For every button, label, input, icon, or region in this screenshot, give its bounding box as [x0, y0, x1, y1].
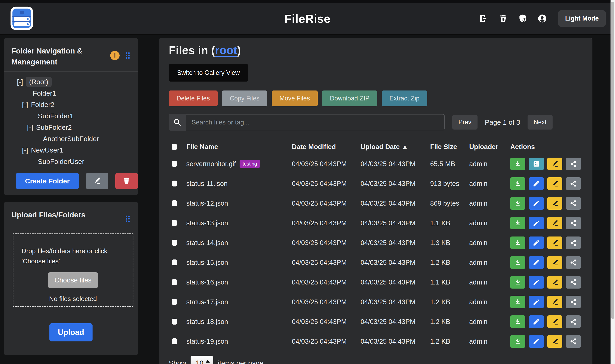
file-checkbox[interactable]: [172, 279, 177, 285]
share-button[interactable]: [566, 335, 581, 348]
column-header-actions[interactable]: Actions: [510, 143, 582, 151]
folder-tree-item[interactable]: [-]SubFolder2: [4, 122, 138, 133]
download-button[interactable]: [510, 276, 525, 288]
page-scrollbar[interactable]: [611, 0, 615, 364]
edit-button[interactable]: [529, 256, 544, 269]
rename-button[interactable]: [547, 197, 562, 210]
folder-tree-label[interactable]: SubFolderUser: [38, 157, 84, 166]
admin-shield-icon[interactable]: [518, 14, 527, 23]
download-button[interactable]: [510, 236, 525, 249]
download-button[interactable]: [510, 197, 525, 210]
preview-button[interactable]: [529, 158, 544, 170]
folder-tree-item[interactable]: [-](Root): [4, 76, 138, 87]
account-icon[interactable]: [537, 14, 547, 23]
edit-button[interactable]: [529, 296, 544, 308]
rename-button[interactable]: [547, 236, 562, 249]
drag-handle-icon[interactable]: [124, 215, 131, 223]
download-button[interactable]: [510, 296, 525, 308]
items-per-page-select[interactable]: 10: [191, 356, 213, 364]
edit-button[interactable]: [529, 197, 544, 210]
file-checkbox[interactable]: [172, 200, 177, 206]
download-button[interactable]: [510, 256, 525, 269]
file-name[interactable]: status-19.json: [186, 338, 228, 345]
folder-tree-item[interactable]: [-]NewUser1: [4, 144, 138, 156]
rename-folder-button[interactable]: [86, 173, 108, 189]
upload-dropzone[interactable]: Drop files/folders here or click 'Choose…: [13, 234, 133, 307]
search-input[interactable]: [186, 114, 445, 130]
download-button[interactable]: [510, 335, 525, 348]
column-header-file-size[interactable]: File Size: [430, 143, 469, 151]
download-zip-button[interactable]: Download ZIP: [322, 91, 377, 106]
column-header-uploader[interactable]: Uploader: [469, 143, 510, 151]
folder-tree-item[interactable]: [-]Folder2: [4, 99, 138, 110]
share-button[interactable]: [566, 177, 581, 190]
share-button[interactable]: [566, 236, 581, 249]
collapse-toggle[interactable]: [-]: [27, 123, 33, 131]
folder-tree-item[interactable]: SubFolder1: [4, 110, 138, 122]
rename-button[interactable]: [547, 158, 562, 170]
column-header-file-name[interactable]: File Name: [186, 143, 292, 151]
select-all-checkbox[interactable]: [172, 144, 177, 150]
file-name[interactable]: status-12.json: [186, 199, 228, 207]
delete-files-button[interactable]: Delete Files: [169, 91, 218, 106]
edit-button[interactable]: [529, 217, 544, 229]
share-button[interactable]: [566, 296, 581, 308]
trash-restore-icon[interactable]: [498, 14, 508, 23]
rename-button[interactable]: [547, 296, 562, 308]
drag-handle-icon[interactable]: [124, 52, 131, 60]
column-header-upload-date[interactable]: Upload Date ▲: [361, 143, 430, 151]
folder-tree-item[interactable]: Folder1: [4, 87, 138, 99]
file-checkbox[interactable]: [172, 220, 177, 226]
column-header-date-modified[interactable]: Date Modified: [292, 143, 361, 151]
folder-tree-label[interactable]: NewUser1: [31, 145, 63, 155]
file-checkbox[interactable]: [172, 319, 177, 325]
edit-button[interactable]: [529, 276, 544, 288]
share-button[interactable]: [566, 276, 581, 288]
file-checkbox[interactable]: [172, 240, 177, 246]
current-folder-link[interactable]: root: [215, 44, 237, 56]
edit-button[interactable]: [529, 177, 544, 190]
file-name[interactable]: status-16.json: [186, 278, 228, 286]
folder-tree-item[interactable]: SubFolderUser: [4, 156, 138, 167]
file-name[interactable]: status-11.json: [186, 180, 228, 187]
rename-button[interactable]: [547, 256, 562, 269]
folder-tree-item[interactable]: AnotherSubFolder: [4, 133, 138, 144]
download-button[interactable]: [510, 217, 525, 229]
light-mode-button[interactable]: Light Mode: [558, 10, 606, 27]
file-checkbox[interactable]: [172, 260, 177, 265]
edit-button[interactable]: [529, 335, 544, 348]
upload-button[interactable]: Upload: [49, 323, 92, 341]
share-button[interactable]: [566, 158, 581, 170]
prev-page-button[interactable]: Prev: [452, 115, 478, 130]
create-folder-button[interactable]: Create Folder: [16, 173, 79, 189]
collapse-toggle[interactable]: [-]: [22, 146, 28, 154]
file-checkbox[interactable]: [172, 181, 177, 186]
extract-zip-button[interactable]: Extract Zip: [382, 91, 427, 106]
next-page-button[interactable]: Next: [528, 115, 553, 130]
choose-files-button[interactable]: Choose files: [48, 272, 98, 288]
move-files-button[interactable]: Move Files: [272, 91, 318, 106]
file-name[interactable]: status-15.json: [186, 259, 228, 266]
rename-button[interactable]: [547, 177, 562, 190]
share-button[interactable]: [566, 315, 581, 328]
rename-button[interactable]: [547, 315, 562, 328]
folder-tree-label[interactable]: (Root): [26, 77, 52, 87]
share-button[interactable]: [566, 217, 581, 229]
file-checkbox[interactable]: [172, 299, 177, 305]
download-button[interactable]: [510, 177, 525, 190]
copy-files-button[interactable]: Copy Files: [222, 91, 267, 106]
edit-button[interactable]: [529, 315, 544, 328]
share-button[interactable]: [566, 197, 581, 210]
rename-button[interactable]: [547, 335, 562, 348]
info-icon[interactable]: i: [110, 51, 119, 60]
file-name[interactable]: status-18.json: [186, 318, 228, 325]
logout-icon[interactable]: [479, 14, 488, 23]
delete-folder-button[interactable]: [115, 173, 138, 189]
collapse-toggle[interactable]: [-]: [17, 78, 23, 86]
switch-gallery-view-button[interactable]: Switch to Gallery View: [169, 64, 248, 81]
folder-tree-label[interactable]: Folder1: [33, 89, 56, 98]
collapse-toggle[interactable]: [-]: [22, 101, 28, 109]
download-button[interactable]: [510, 315, 525, 328]
download-button[interactable]: [510, 158, 525, 170]
share-button[interactable]: [566, 256, 581, 269]
